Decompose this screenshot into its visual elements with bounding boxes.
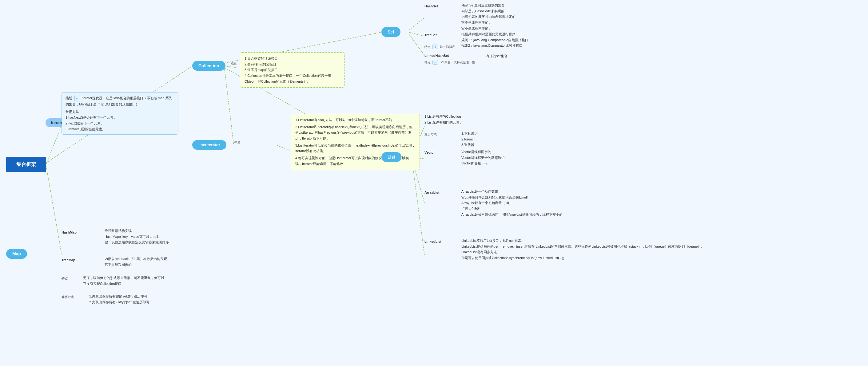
list-traverse-label: 遍历方式 <box>425 132 437 136</box>
map-label: Map <box>12 252 21 256</box>
collection-summary-label: 概述 <box>231 62 237 66</box>
treeset-info: 根据某种规则对里面的元素进行排序 规则1：java.lang.Compareab… <box>461 31 528 48</box>
svg-line-0 <box>46 125 62 164</box>
set-node: Set <box>381 27 401 37</box>
map-node: Map <box>6 249 27 259</box>
col-info-3: 3.但不是map的父接口 <box>245 67 340 73</box>
svg-line-6 <box>224 69 234 145</box>
iterator-method-2: 2.next()返回下一个元素。 <box>65 121 175 126</box>
hashmap-info: 给我数据结构实现 HashMap的key、value都可以为null。 键：以自… <box>104 228 169 245</box>
list-info: 1.List是有序的Collection 2.List允许有相同的元素。 <box>425 114 463 125</box>
treemap-info: 内部以red-black（红-黑）树数据结构实现 它不是线程同步的 <box>104 256 167 267</box>
arraylist-label: ArrayList <box>425 191 439 194</box>
svg-line-10 <box>409 34 425 55</box>
treeset-label: TreeSet <box>425 33 437 37</box>
col-info-2: 2.是set和list的父接口 <box>245 62 340 67</box>
hashmap-label: HashMap <box>62 231 76 234</box>
linkedhashset-label: LinkedHashSet <box>425 54 449 58</box>
vector-label: Vector <box>425 151 435 154</box>
root-label: 集合框架 <box>16 161 36 168</box>
collection-node: Collection <box>192 61 225 71</box>
col-info-4: 4.Collection是最基本的集合接口，一个Collection代表一组Ob… <box>245 73 340 84</box>
svg-line-9 <box>409 32 425 36</box>
treeset-feature-label: 特点 ○ 唯一和排序 <box>425 44 455 49</box>
hashset-info: HashSet查询速度最快的集合 内部是以HashCode来实现的 内部元素的顺… <box>461 2 516 31</box>
desc-label: 描述 <box>65 96 72 100</box>
iterator-desc: Iterator迭代器，它是Java集合的顶层接口（不包括 map 系列的集合，… <box>65 96 172 106</box>
map-feature-info: 无序，以健值对的形式添加元素，键不能重复，值可以 它没有实现Collection… <box>83 275 164 287</box>
svg-line-14 <box>412 161 425 255</box>
map-traverse-label: 遍历方式 <box>62 295 74 299</box>
li-info-2: 2.ListIterator和Iterator都有hasNext()和next(… <box>295 124 415 141</box>
list-traverse-info: 1.下标遍历 2.foreach 3.迭代器 <box>461 131 478 148</box>
listiterator-info-box: 1.ListIterator有add()方法，可以向List中添加对象，而Ite… <box>291 114 420 170</box>
map-feature-label: 特点 <box>62 276 68 281</box>
col-info-1: 1.集合框架的顶级接口 <box>245 56 340 62</box>
list-node: List <box>381 152 401 162</box>
mind-map: 集合框架 Iterator 描述 ○ Iterator迭代器，它是Java集合的… <box>0 0 868 366</box>
linkedhashset-feature: 特点 ○ Set集合一大特点是唯一性 <box>425 60 475 65</box>
svg-line-2 <box>46 166 62 254</box>
linkedhashset-info: 有序的set集合 <box>486 54 507 58</box>
linkedlist-info: LinkedList实现了List接口，允许null元素。 LinkedList… <box>461 238 704 261</box>
svg-line-3 <box>224 66 237 68</box>
listiterator-label: lisetIterator <box>198 142 220 147</box>
treemap-label: TreeMap <box>62 258 75 262</box>
listiterator-summary-label: 概述 <box>235 140 241 144</box>
map-traverse-info: 1.先取出保存所有键的set进行遍历即可 2.先取出保存所有Entry的set,… <box>89 294 150 305</box>
vector-info: Vector是线程同步的 Vector是线程安全的动态数组 Vector扩容量一… <box>461 149 505 166</box>
collection-info-box: 1.集合框架的顶级接口 2.是set和list的父接口 3.但不是map的父接口… <box>240 52 344 88</box>
list-label: List <box>388 155 395 160</box>
methods-label: 常用方法 <box>65 110 79 114</box>
listiterator-node: lisetIterator <box>192 140 226 149</box>
iterator-info-box: 描述 ○ Iterator迭代器，它是Java集合的顶层接口（不包括 map 系… <box>62 92 178 135</box>
svg-line-7 <box>277 145 291 151</box>
iterator-method-3: 3.remove()删除当前元素。 <box>65 126 175 132</box>
svg-line-8 <box>409 18 425 30</box>
set-label: Set <box>388 30 394 34</box>
li-info-1: 1.ListIterator有add()方法，可以向List中添加对象，而Ite… <box>295 117 415 123</box>
collection-label: Collection <box>198 63 219 68</box>
iterator-method-1: 1.hasNext()是否还有下一个元素。 <box>65 114 175 121</box>
arraylist-info: ArrayList是一个动态数组 它允许任何符合规则的元素插入甚至包括null … <box>461 189 563 217</box>
linkedlist-label: LinkedList <box>425 240 441 243</box>
root-node: 集合框架 <box>6 157 46 172</box>
hashset-label: HashSet <box>425 4 438 8</box>
